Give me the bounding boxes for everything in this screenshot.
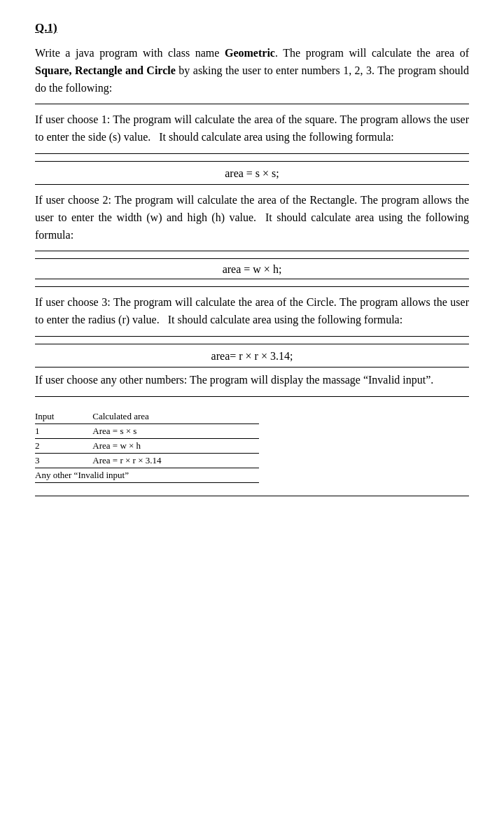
table-row-1-area: Area = s × s	[92, 424, 259, 438]
section-4-divider-bottom	[35, 396, 469, 397]
table-any-other-cell: Any other “Invalid input”	[35, 468, 259, 482]
table-row-3: 3 Area = r × r × 3.14	[35, 453, 259, 468]
table-row-2: 2 Area = w × h	[35, 438, 259, 453]
section-3-formula-text: area= r × r × 3.14;	[211, 350, 293, 362]
section-3-text: If user choose 3: The program will calcu…	[35, 294, 469, 329]
section-1: If user choose 1: The program will calcu…	[35, 111, 469, 185]
section-2-formula: area = w × h;	[35, 258, 469, 279]
section-3-divider-top	[35, 336, 469, 337]
section-4-body: The program will display the massage “In…	[190, 374, 433, 386]
question-header: Q.1)	[35, 21, 469, 35]
intro-paragraph: Write a java program with class name Geo…	[35, 45, 469, 97]
table-header-row: Input Calculated area	[35, 410, 259, 424]
table-row-3-input: 3	[35, 453, 92, 468]
section-1-formula: area = s × s;	[35, 161, 469, 185]
divider-after-section2	[35, 286, 469, 287]
summary-table: Input Calculated area 1 Area = s × s 2 A…	[35, 410, 259, 483]
intro-shapes-bold: Square, Rectangle and Circle	[35, 64, 176, 76]
table-row-any-other: Any other “Invalid input”	[35, 468, 259, 482]
divider-after-intro	[35, 104, 469, 104]
section-1-label: If user choose 1:	[35, 113, 110, 125]
table-header-input: Input	[35, 410, 92, 424]
page: Q.1) Write a java program with class nam…	[35, 21, 469, 496]
section-2-text: If user choose 2: The program will calcu…	[35, 192, 469, 244]
section-2-divider-top	[35, 251, 469, 251]
table-header-area: Calculated area	[92, 410, 259, 424]
section-2-label: If user choose 2:	[35, 194, 111, 206]
intro-geometric-bold: Geometric	[225, 47, 275, 59]
section-2-formula-text: area = w × h;	[223, 263, 282, 275]
section-2: If user choose 2: The program will calcu…	[35, 192, 469, 279]
section-3-formula: area= r × r × 3.14;	[35, 344, 469, 368]
section-1-text: If user choose 1: The program will calcu…	[35, 111, 469, 146]
summary-table-section: Input Calculated area 1 Area = s × s 2 A…	[35, 410, 469, 483]
section-1-divider-top	[35, 153, 469, 154]
section-3: If user choose 3: The program will calcu…	[35, 294, 469, 368]
intro-text-2: . The program will calculate the area of	[275, 47, 469, 59]
section-4-text: If user choose any other numbers: The pr…	[35, 372, 469, 389]
section-4-label: If user choose any other numbers:	[35, 374, 187, 386]
bottom-divider	[35, 496, 469, 496]
section-4: If user choose any other numbers: The pr…	[35, 372, 469, 397]
section-3-label: If user choose 3:	[35, 296, 111, 308]
table-row-1: 1 Area = s × s	[35, 424, 259, 438]
table-row-2-input: 2	[35, 438, 92, 453]
section-1-formula-text: area = s × s;	[225, 167, 279, 179]
table-row-1-input: 1	[35, 424, 92, 438]
intro-text-1: Write a java program with class name	[35, 47, 225, 59]
table-row-2-area: Area = w × h	[92, 438, 259, 453]
table-row-3-area: Area = r × r × 3.14	[92, 453, 259, 468]
